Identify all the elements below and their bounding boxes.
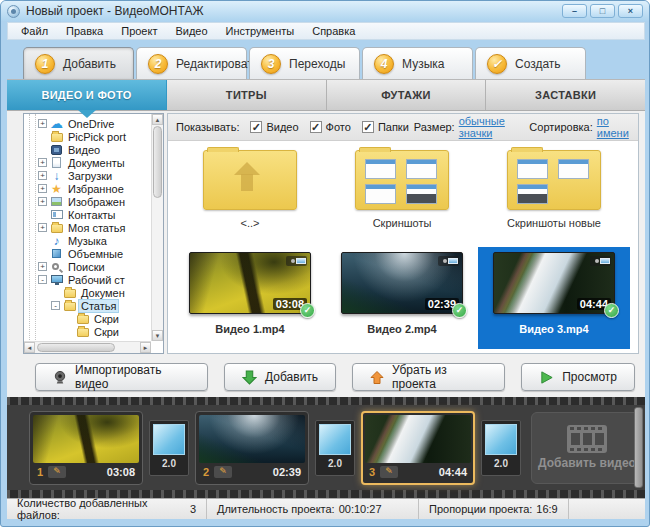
import-video-button[interactable]: Импортировать видео [35,363,208,391]
tree-horizontal-scrollbar[interactable]: ◄ ► [24,341,151,353]
film-icon [51,145,62,155]
tree-item-screenshots-2[interactable]: Скри [24,325,150,338]
transition-icon [153,424,185,455]
tab-music[interactable]: 4 Музыка [362,47,473,79]
tree-item-video[interactable]: Видео [24,143,150,156]
checkbox-photo[interactable]: ✓ [310,121,322,133]
tree-item-documents[interactable]: + Документы [24,156,150,169]
subtab-footage[interactable]: ФУТАЖИ [327,80,487,110]
tree-item-contacts[interactable]: Контакты [24,208,150,221]
document-icon [52,157,61,168]
expand-toggle[interactable]: + [38,119,47,128]
step-1-badge: 1 [35,54,55,74]
edit-pencil-icon[interactable]: ✎ [48,466,66,478]
tree-item-favorites[interactable]: + ★ Избранное [24,182,150,195]
scroll-right-icon[interactable]: ► [140,342,151,353]
tree-item-searches[interactable]: + Поиски [24,260,150,273]
folder-up-cell[interactable]: <..> [174,145,326,247]
remove-from-project-button[interactable]: Убрать из проекта [352,363,505,391]
tree-item-music[interactable]: ♪ Музыка [24,234,150,247]
tree-vertical-scrollbar[interactable]: ▲ ▼ [151,114,163,341]
transition-1[interactable]: 2.0 [149,420,189,476]
scroll-down-icon[interactable]: ▼ [152,330,163,341]
aspect-ratio-value: 16:9 [536,503,557,515]
tree-item-my-article[interactable]: + Моя статья [24,221,150,234]
expand-toggle[interactable]: - [38,275,47,284]
transition-3[interactable]: 2.0 [481,420,521,476]
timeline-scrollbar[interactable] [634,407,643,488]
timeline-clip-2[interactable]: 2 ✎ 02:39 [195,411,309,485]
expand-toggle[interactable]: + [38,262,47,271]
folder-name: Скриншоты [373,217,432,229]
tab-transitions[interactable]: 3 Переходы [249,47,360,79]
edit-pencil-icon[interactable]: ✎ [214,466,232,478]
tree-item-onedrive[interactable]: + ☁ OneDrive [24,117,150,130]
scrollbar-thumb[interactable] [153,126,162,198]
checkbox-folders[interactable]: ✓ [362,121,374,133]
expand-toggle[interactable]: + [38,158,47,167]
video-2-thumbnail[interactable]: 02:39 ✓ [341,252,463,314]
menu-help[interactable]: Справка [303,25,364,37]
transition-2[interactable]: 2.0 [315,420,355,476]
scroll-up-icon[interactable]: ▲ [152,114,163,125]
expand-toggle[interactable]: + [38,197,47,206]
video-3-thumbnail[interactable]: 04:44 ✓ [493,252,615,314]
menu-file[interactable]: Файл [12,25,57,37]
title-bar[interactable]: Новый проект - ВидеоМОНТАЖ – □ × [1,1,649,21]
menu-project[interactable]: Проект [112,25,166,37]
tree-rows: + ☁ OneDrive PicPick port Видео + [24,114,150,340]
expand-toggle[interactable]: + [38,223,47,232]
video-1-cell[interactable]: 03:08 ✓ Видео 1.mp4 [174,247,326,349]
close-icon[interactable]: × [618,4,643,18]
video-3-cell-selected[interactable]: 04:44 ✓ Видео 3.mp4 [478,247,630,349]
menu-tools[interactable]: Инструменты [217,25,304,37]
video-2-cell[interactable]: 02:39 ✓ Видео 2.mp4 [326,247,478,349]
filter-video[interactable]: ✓ Видео [250,121,298,133]
folder-screenshots-icon[interactable] [355,150,449,210]
video-1-thumbnail[interactable]: 03:08 ✓ [189,252,311,314]
transition-duration: 2.0 [328,455,342,472]
scrollbar-thumb[interactable] [37,343,115,352]
tree-item-article[interactable]: - Статья [24,299,150,312]
tab-create[interactable]: ✓ Создать [475,47,586,79]
scroll-left-icon[interactable]: ◄ [24,342,35,353]
tree-item-desktop[interactable]: - Рабочий ст [24,273,150,286]
cube-icon [52,249,61,258]
expand-toggle[interactable]: + [38,171,47,180]
filter-folders[interactable]: ✓ Папки [362,121,409,133]
folder-screenshots-cell[interactable]: Скриншоты [326,145,478,247]
menu-edit[interactable]: Правка [57,25,112,37]
sort-value-link[interactable]: по имени [597,115,630,139]
tab-edit[interactable]: 2 Редактировать [136,47,247,79]
expand-toggle[interactable]: + [38,184,47,193]
subtab-intros[interactable]: ЗАСТАВКИ [486,80,645,110]
filter-photo[interactable]: ✓ Фото [310,121,351,133]
checkbox-video[interactable]: ✓ [250,121,262,133]
menu-video[interactable]: Видео [166,25,216,37]
folder-screenshots-new-icon[interactable] [507,150,601,210]
add-label: Добавить [265,370,318,384]
up-arrow-icon [241,174,253,191]
maximize-icon[interactable]: □ [590,4,615,18]
size-value-link[interactable]: обычные значки [459,115,517,139]
tree-item-screenshots[interactable]: Скри [24,312,150,325]
add-video-button[interactable]: Добавить видео [531,412,643,484]
tree-item-picpick[interactable]: PicPick port [24,130,150,143]
subtab-titles[interactable]: ТИТРЫ [167,80,327,110]
folder-screenshots-new-cell[interactable]: Скриншоты новые [478,145,630,247]
folder-up-icon[interactable] [203,150,297,210]
timeline-clip-3-selected[interactable]: 3 ✎ 04:44 [361,411,475,485]
tree-item-downloads[interactable]: + ↓ Загрузки [24,169,150,182]
file-grid: <..> Скриншоты [168,141,638,353]
add-button[interactable]: Добавить [224,363,336,391]
tree-item-3d-objects[interactable]: Объемные [24,247,150,260]
tree-item-pictures[interactable]: + Изображен [24,195,150,208]
preview-button[interactable]: Просмотр [521,363,635,391]
tab-add[interactable]: 1 Добавить [23,47,134,79]
tree-item-documents-child[interactable]: Докумен [24,286,150,299]
timeline-clip-1[interactable]: 1 ✎ 03:08 [29,411,143,485]
edit-pencil-icon[interactable]: ✎ [380,466,398,478]
expand-toggle[interactable]: - [51,301,60,310]
minimize-icon[interactable]: – [562,4,587,18]
subtab-video-photo[interactable]: ВИДЕО И ФОТО [7,80,167,110]
